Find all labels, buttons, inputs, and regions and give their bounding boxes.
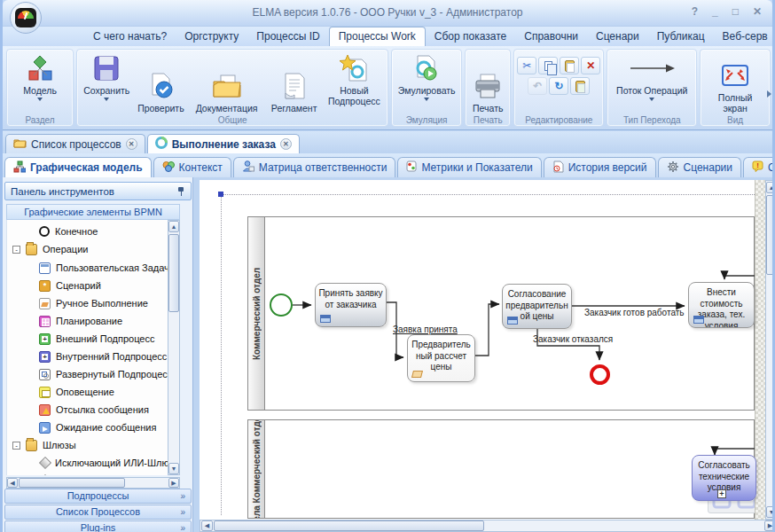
redo-button[interactable] <box>549 77 568 95</box>
tab-s-chego-nachat[interactable]: С чего начать? <box>84 27 176 46</box>
tree-item-vnutrennij-podprocess[interactable]: Внутренний Подпроцесс <box>7 348 180 365</box>
model-button[interactable]: Модель <box>20 51 60 115</box>
tree-item-otsylka-soobshcheniya[interactable]: Отсылка сообщения <box>7 401 180 419</box>
internal-subprocess-icon <box>39 351 51 363</box>
ribbon-overflow-arrow[interactable] <box>767 90 771 98</box>
collapse-expander-icon[interactable]: - <box>12 246 20 254</box>
tab-istoriya-versiy[interactable]: История версий <box>544 157 656 177</box>
tree-item-operacii[interactable]: - Операции <box>7 240 180 258</box>
pin-icon[interactable] <box>176 186 185 196</box>
tab-orgstruktura[interactable]: Оргструкту <box>176 27 247 46</box>
tab-opoveshcheniya[interactable]: ! Оповещения <box>743 157 775 177</box>
close-tab-icon[interactable]: ✕ <box>280 138 292 150</box>
scroll-left-button[interactable]: ◀ <box>7 478 18 488</box>
task-prinyat-zayavku[interactable]: Принять заявку от заказчика <box>315 283 387 327</box>
tab-kontekst[interactable]: Контекст <box>153 157 231 177</box>
tab-web-serv[interactable]: Веб-серв <box>714 27 775 46</box>
doc-tab-vypolnenie-zakaza[interactable]: Выполнение заказа ✕ <box>147 134 300 153</box>
tree-item-polzovatelskaya-zadacha[interactable]: Пользовательская Задача <box>7 259 180 277</box>
new-subprocess-icon <box>339 53 369 83</box>
check-button[interactable]: Проверить <box>133 51 188 115</box>
responsibility-matrix-icon <box>242 160 254 175</box>
wait-message-icon <box>39 422 51 434</box>
tree-item-isklyuchayushchij-ili-shlyuz[interactable]: Исключающий ИЛИ-Шлюз <box>7 454 180 472</box>
dropdown-caret <box>104 98 109 101</box>
close-tab-icon[interactable]: ✕ <box>126 138 137 150</box>
tree-item-ozhidanie-soobshcheniya[interactable]: Ожидание сообщения <box>7 419 180 436</box>
scrollbar-thumb[interactable] <box>168 234 179 312</box>
chevron-down-icon: » <box>180 521 185 532</box>
tab-metriki-i-pokazateli[interactable]: Метрики и Показатели <box>397 157 541 177</box>
new-subprocess-button[interactable]: Новый Подпроцесс <box>324 51 386 115</box>
app-menu-button[interactable] <box>10 2 42 34</box>
tab-matrica-otvetstvennosti[interactable]: Матрица ответственности <box>233 157 396 177</box>
tree-item-scenarij[interactable]: Сценарий <box>7 277 180 294</box>
tree-scrollbar[interactable]: ▲ ▼ <box>168 220 180 475</box>
scroll-down-button[interactable]: ▼ <box>168 463 179 474</box>
tab-processy-work[interactable]: Процессы Work <box>329 27 426 46</box>
task-predvaritelnyj-raschet[interactable]: Предварительный рассчет цены <box>407 334 475 382</box>
tab-graficheskaya-model[interactable]: Графическая модель <box>4 157 152 177</box>
diagram-canvas[interactable]: Коммерческий отдел дела Коммерческий отд… <box>200 180 775 532</box>
tree-item-razvernutyj-podprocess[interactable]: Развернутый Подпроцесс <box>7 365 180 383</box>
scroll-right-button[interactable]: ▶ <box>168 478 179 488</box>
save-button[interactable]: Сохранить <box>80 51 133 115</box>
tab-processy-id[interactable]: Процессы ID <box>247 27 328 46</box>
emulate-button[interactable]: Эмулировать <box>395 51 459 115</box>
reglament-button[interactable]: Регламент <box>265 51 324 115</box>
manual-task-icon <box>39 298 51 309</box>
tree-item-vneshnij-podprocess[interactable]: Внешний Подпроцесс <box>7 330 180 348</box>
collapse-expander-icon[interactable]: - <box>12 442 20 450</box>
fullscreen-icon <box>720 60 750 90</box>
gateway-icon <box>39 457 51 469</box>
tab-publikacia[interactable]: Публикац <box>648 27 714 46</box>
scrollbar-thumb[interactable] <box>19 478 125 488</box>
section-spisok-processov[interactable]: Список Процессов» <box>4 505 192 520</box>
help-button[interactable]: ? <box>692 5 698 18</box>
maximize-button[interactable]: □ <box>732 5 739 18</box>
ribbon-group-print: Печать Печать <box>465 49 511 127</box>
paste-button[interactable] <box>560 57 579 74</box>
fullscreen-button[interactable]: Полный экран <box>703 51 767 115</box>
ribbon-group-razdel: Модель Раздел <box>6 49 74 127</box>
flow-operations-button[interactable]: Поток Операций <box>613 51 691 115</box>
ribbon: Модель Раздел Сохранить Проверить <box>3 46 772 130</box>
delete-button[interactable] <box>581 57 600 74</box>
notification-icon <box>39 387 51 398</box>
start-event[interactable] <box>270 293 293 317</box>
toolbox-section-header[interactable]: Графические элементы BPMN <box>6 204 180 220</box>
end-event[interactable] <box>590 364 610 385</box>
task-soglasovat-usloviya[interactable]: Согласовать технические условия + <box>692 455 756 501</box>
paste-special-button[interactable] <box>570 77 590 95</box>
print-button[interactable]: Печать <box>469 51 506 115</box>
folder-icon <box>26 440 37 451</box>
redo-icon <box>554 80 563 92</box>
close-button[interactable]: ✕ <box>753 5 762 18</box>
task-vnesti-stoimost[interactable]: Внести стоимость заказа, тех. условия <box>688 282 755 328</box>
tab-spravochniki[interactable]: Справочни <box>515 27 587 46</box>
tree-item-shlyuzy[interactable]: - Шлюзы <box>7 436 180 454</box>
undo-button[interactable] <box>528 77 547 95</box>
subprocess-plus-marker[interactable]: + <box>717 489 726 498</box>
process-ring-icon <box>155 137 168 152</box>
copy-button[interactable] <box>538 57 558 74</box>
tab-scenarii[interactable]: Сценари <box>587 27 648 46</box>
tree-item-planirovanie[interactable]: Планирование <box>7 312 180 330</box>
tree-item-opoveshchenie[interactable]: Оповещение <box>7 383 180 401</box>
documentation-button[interactable]: Документация <box>188 51 264 115</box>
task-soglasovanie-ceny[interactable]: Согласование предварительной цены <box>502 284 572 329</box>
toolbox-h-scrollbar[interactable]: ◀ ▶ <box>6 477 180 489</box>
section-plug-ins[interactable]: Plug-ins» <box>4 520 192 532</box>
tree-item-konechnoe[interactable]: Конечное <box>7 223 180 240</box>
minimize-button[interactable]: _ <box>712 5 718 18</box>
tree-item-clipped[interactable] <box>7 472 180 475</box>
tab-sbor-pokazatelei[interactable]: Сбор показате <box>426 27 515 46</box>
doc-tab-process-list[interactable]: Список процессов ✕ <box>5 134 145 153</box>
tab-scenarii[interactable]: Сценарии <box>658 157 741 177</box>
section-podprocessy[interactable]: Подпроцессы» <box>4 489 192 504</box>
scroll-up-button[interactable]: ▲ <box>168 221 179 232</box>
cut-button[interactable] <box>517 57 536 74</box>
planning-icon <box>39 316 51 327</box>
documentation-icon <box>212 71 242 101</box>
tree-item-ruchnoe-vypolnenie[interactable]: Ручное Выполнение <box>7 294 180 312</box>
